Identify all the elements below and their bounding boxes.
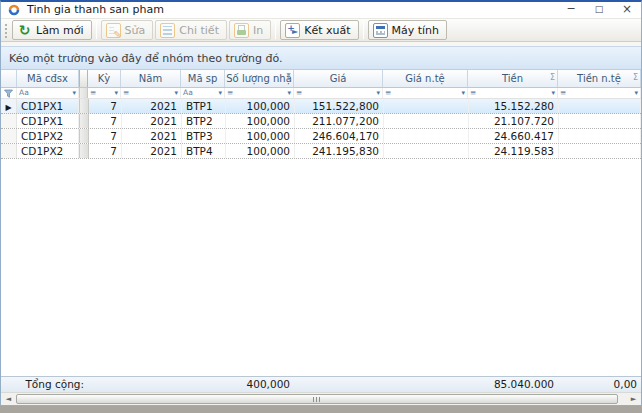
cell-so-luong[interactable]: 100,000 — [226, 99, 295, 113]
chevron-down-icon[interactable]: ▾ — [114, 88, 118, 98]
column-header-ma-sp[interactable]: Mã sp — [181, 70, 225, 87]
cell-gia[interactable]: 246.604,170 — [295, 129, 384, 143]
header-indicator-cell — [1, 70, 17, 87]
export-button[interactable]: Kết xuất — [280, 20, 358, 40]
cell-gia[interactable]: 151.522,800 — [295, 99, 384, 113]
chevron-down-icon[interactable]: ▾ — [72, 88, 76, 98]
minimize-button[interactable]: − — [557, 2, 585, 18]
cell-ma-cdsx[interactable]: CD1PX2 — [17, 129, 79, 143]
scroll-right-arrow-icon[interactable]: ► — [627, 394, 640, 405]
column-header-so-luong[interactable]: Số lượng nhậΣ — [225, 70, 294, 87]
maximize-button[interactable]: □ — [585, 2, 613, 18]
cell-gia-nte[interactable] — [384, 114, 469, 128]
cell-tien-nte[interactable] — [559, 99, 641, 113]
cell-tien-nte[interactable] — [559, 114, 641, 128]
table-row[interactable]: CD1PX2 7 2021 BTP4 100,000 241.195,830 2… — [1, 144, 641, 159]
cell-gia[interactable]: 241.195,830 — [295, 144, 384, 158]
chevron-down-icon[interactable]: ▾ — [287, 88, 291, 98]
refresh-button[interactable]: ↻ Làm mới — [12, 20, 92, 40]
filter-cell-ma-cdsx[interactable]: Aa▾ — [17, 88, 79, 98]
cell-ma-sp[interactable]: BTP1 — [182, 99, 226, 113]
horizontal-scrollbar[interactable]: ◄ ► — [1, 392, 641, 405]
calculator-button[interactable]: Máy tính — [368, 20, 448, 40]
app-icon — [8, 4, 20, 16]
cell-so-luong[interactable]: 100,000 — [226, 129, 295, 143]
cell-tien[interactable]: 24.119.583 — [469, 144, 559, 158]
cell-gia-nte[interactable] — [384, 144, 469, 158]
column-header-tien-nte[interactable]: Tiền n.tệΣ — [558, 70, 641, 87]
cell-ky[interactable]: 7 — [89, 144, 122, 158]
filter-cell-so-luong[interactable]: ≡▾ — [225, 88, 294, 98]
filter-cell-gia[interactable]: ≡▾ — [294, 88, 383, 98]
cell-nam[interactable]: 2021 — [122, 129, 182, 143]
print-button[interactable]: In — [229, 20, 271, 40]
group-by-panel[interactable]: Kéo một trường vào đây để nhóm theo trườ… — [1, 46, 641, 70]
filter-cell-tien-nte[interactable]: ≡▾ — [558, 88, 641, 98]
calculator-button-label: Máy tính — [392, 24, 440, 37]
summary-sigma-icon[interactable]: Σ — [550, 73, 555, 83]
cell-nam[interactable]: 2021 — [122, 144, 182, 158]
chevron-down-icon[interactable]: ▾ — [461, 88, 465, 98]
chevron-down-icon[interactable]: ▾ — [174, 88, 178, 98]
close-button[interactable]: × — [613, 2, 641, 18]
selected-row-arrow-icon: ▶ — [5, 103, 11, 112]
cell-tien[interactable]: 21.107.720 — [469, 114, 559, 128]
column-header-ky[interactable]: Kỳ — [88, 70, 121, 87]
cell-ma-sp[interactable]: BTP2 — [182, 114, 226, 128]
column-header-nam[interactable]: Năm — [121, 70, 181, 87]
column-header-ma-cdsx[interactable]: Mã cđsx — [17, 70, 79, 87]
column-header-gia-nte[interactable]: Giá n.tệ — [383, 70, 468, 87]
window-controls: − □ × — [557, 2, 641, 18]
cell-ma-sp[interactable]: BTP4 — [182, 144, 226, 158]
cell-gia-nte[interactable] — [384, 99, 469, 113]
cell-tien-nte[interactable] — [559, 129, 641, 143]
cell-gia[interactable]: 211.077,200 — [295, 114, 384, 128]
summary-sigma-icon[interactable]: Σ — [633, 73, 638, 83]
edit-button-label: Sửa — [125, 24, 146, 37]
cell-gia-nte[interactable] — [384, 129, 469, 143]
filter-funnel-cell[interactable] — [1, 88, 17, 98]
detail-button[interactable]: Chi tiết — [155, 20, 227, 40]
scrollbar-thumb[interactable] — [16, 394, 618, 404]
cell-ky[interactable]: 7 — [89, 99, 122, 113]
cell-tien-nte[interactable] — [559, 144, 641, 158]
cell-so-luong[interactable]: 100,000 — [226, 114, 295, 128]
filter-cell-nam[interactable]: ≡▾ — [121, 88, 181, 98]
frozen-column-separator[interactable] — [79, 70, 88, 87]
filter-cell-ky[interactable]: ≡▾ — [88, 88, 121, 98]
toolbar: ↻ Làm mới Sửa Chi tiết In Kết xuất — [1, 18, 641, 42]
chevron-down-icon[interactable]: ▾ — [376, 88, 380, 98]
cell-ma-cdsx[interactable]: CD1PX2 — [17, 144, 79, 158]
cell-nam[interactable]: 2021 — [122, 99, 182, 113]
edit-icon — [106, 23, 121, 38]
column-header-gia[interactable]: Giá — [294, 70, 383, 87]
filter-cell-ma-sp[interactable]: Aa▾ — [181, 88, 225, 98]
table-row[interactable]: ▶ CD1PX1 7 2021 BTP1 100,000 151.522,800… — [1, 99, 641, 114]
cell-so-luong[interactable]: 100,000 — [226, 144, 295, 158]
cell-ma-cdsx[interactable]: CD1PX1 — [17, 114, 79, 128]
edit-button[interactable]: Sửa — [101, 20, 154, 40]
chevron-down-icon[interactable]: ▾ — [218, 88, 222, 98]
toolbar-grip[interactable] — [4, 22, 8, 38]
column-header-tien[interactable]: TiềnΣ — [468, 70, 558, 87]
scroll-left-arrow-icon[interactable]: ◄ — [2, 394, 15, 405]
text-filter-icon: Aa — [183, 88, 193, 98]
chevron-down-icon[interactable]: ▾ — [551, 88, 555, 98]
chevron-down-icon[interactable]: ▾ — [634, 88, 638, 98]
filter-cell-tien[interactable]: ≡▾ — [468, 88, 558, 98]
cell-nam[interactable]: 2021 — [122, 114, 182, 128]
export-button-label: Kết xuất — [304, 24, 350, 37]
cell-tien[interactable]: 15.152.280 — [469, 99, 559, 113]
filter-cell-gia-nte[interactable]: ≡▾ — [383, 88, 468, 98]
cell-ky[interactable]: 7 — [89, 129, 122, 143]
footer-total-tien: 85.040.000 — [468, 377, 558, 392]
frozen-column-separator — [79, 114, 89, 128]
title-bar[interactable]: Tinh gia thanh san pham − □ × — [1, 2, 641, 18]
table-row[interactable]: CD1PX1 7 2021 BTP2 100,000 211.077,200 2… — [1, 114, 641, 129]
cell-ma-cdsx[interactable]: CD1PX1 — [17, 99, 79, 113]
table-row[interactable]: CD1PX2 7 2021 BTP3 100,000 246.604,170 2… — [1, 129, 641, 144]
summary-sigma-icon[interactable]: Σ — [286, 73, 291, 83]
cell-tien[interactable]: 24.660.417 — [469, 129, 559, 143]
cell-ma-sp[interactable]: BTP3 — [182, 129, 226, 143]
cell-ky[interactable]: 7 — [89, 114, 122, 128]
